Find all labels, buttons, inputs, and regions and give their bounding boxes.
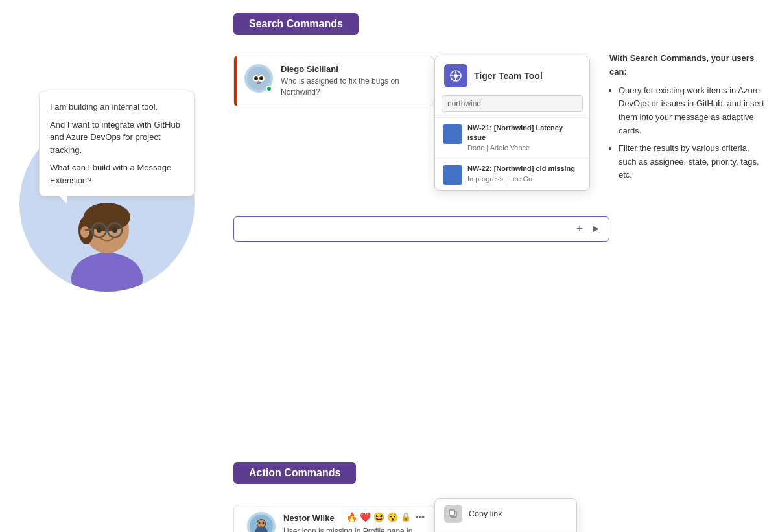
- search-desc-title: With Search Commands, your users can:: [609, 52, 765, 79]
- result-title-1: NW-21: [Northwind] Latency issue: [467, 123, 582, 143]
- search-bullets: Query for existing work items in Azure D…: [609, 84, 765, 183]
- copy-icon: [444, 505, 462, 523]
- svg-point-0: [71, 253, 143, 292]
- online-status-dot: [266, 86, 272, 92]
- svg-point-21: [454, 74, 458, 78]
- result-sub-1: Done | Adele Vance: [467, 143, 582, 153]
- plus-icon[interactable]: +: [576, 222, 584, 236]
- result-text-1: NW-21: [Northwind] Latency issue Done | …: [467, 123, 582, 153]
- send-icon[interactable]: ►: [591, 223, 601, 235]
- action-commands-label: Action Commands: [233, 462, 356, 484]
- svg-point-18: [261, 78, 263, 80]
- message-composer[interactable]: + ►: [233, 216, 609, 242]
- search-bullet-1: Query for existing work items in Azure D…: [619, 84, 765, 138]
- teams-popup-header: Tiger Team Tool: [435, 56, 589, 95]
- action-chat-card: Nestor Wilke 🔥 ❤️ 😆 😯 🔒 ••• User icon is…: [233, 505, 434, 532]
- search-commands-label: Search Commands: [233, 13, 359, 35]
- tiger-team-icon: [444, 64, 467, 87]
- diego-avatar: [244, 64, 273, 93]
- nestor-avatar: [247, 512, 276, 532]
- search-bullet-2: Filter the results by various criteria, …: [619, 142, 765, 182]
- nestor-name: Nestor Wilke: [283, 513, 335, 523]
- bubble-line-2: And I want to integrate with GitHub and …: [50, 119, 183, 157]
- svg-point-10: [97, 227, 102, 233]
- search-description-panel: With Search Commands, your users can: Qu…: [609, 52, 765, 186]
- action-commands-section: Action Commands: [233, 462, 765, 532]
- result-item-1[interactable]: NW-21: [Northwind] Latency issue Done | …: [435, 117, 589, 158]
- svg-point-31: [263, 522, 265, 524]
- result-title-2: NW-22: [Northwind] cid missing: [467, 164, 575, 174]
- reactions-bar: 🔥 ❤️ 😆 😯 🔒 •••: [346, 512, 425, 522]
- nestor-chat-info: Nestor Wilke 🔥 ❤️ 😆 😯 🔒 ••• User icon is…: [283, 512, 425, 532]
- svg-point-5: [80, 226, 89, 238]
- teams-search-popup: Tiger Team Tool northwind NW-21: [Northw…: [434, 56, 590, 191]
- diego-chat-info: Diego Siciliani Who is assigned to fix t…: [281, 64, 423, 98]
- nestor-message: User icon is missing in Profile pane in …: [283, 526, 425, 532]
- diego-message: Who is assigned to fix the bugs on North…: [281, 76, 423, 98]
- context-menu: Copy link Pin: [434, 498, 577, 532]
- search-input-display: northwind: [442, 95, 583, 112]
- search-commands-section: Search Commands: [233, 13, 765, 242]
- copy-link-label: Copy link: [469, 509, 502, 518]
- speech-bubble: I am building an internal tool. And I wa…: [39, 91, 194, 196]
- bubble-line-1: I am building an internal tool.: [50, 100, 183, 113]
- svg-point-11: [112, 227, 117, 233]
- result-sub-2: In progress | Lee Gu: [467, 174, 575, 184]
- main-content: Search Commands: [233, 13, 765, 532]
- reaction-fire: 🔥: [346, 512, 357, 522]
- reaction-wow: 😯: [387, 512, 398, 522]
- svg-point-30: [259, 522, 261, 524]
- diego-name: Diego Siciliani: [281, 64, 423, 74]
- result-icon-1: [443, 124, 462, 144]
- search-chat-card: Diego Siciliani Who is assigned to fix t…: [233, 56, 434, 106]
- menu-item-copy[interactable]: Copy link: [435, 499, 576, 529]
- menu-item-pin[interactable]: Pin: [435, 529, 576, 532]
- svg-point-17: [255, 78, 257, 80]
- composer-icons: + ►: [576, 222, 601, 236]
- avatar-section: I am building an internal tool. And I wa…: [19, 52, 214, 292]
- red-bar: [234, 56, 237, 106]
- bubble-line-3: What can I build with a Message Extensio…: [50, 161, 183, 187]
- result-item-2[interactable]: NW-22: [Northwind] cid missing In progre…: [435, 158, 589, 190]
- svg-rect-33: [449, 510, 454, 515]
- result-icon-2: [443, 165, 462, 185]
- reaction-laugh: 😆: [373, 512, 384, 522]
- tiger-team-app-name: Tiger Team Tool: [474, 71, 543, 81]
- reaction-heart: ❤️: [360, 512, 371, 522]
- result-text-2: NW-22: [Northwind] cid missing In progre…: [467, 164, 575, 184]
- more-reactions-btn[interactable]: •••: [415, 512, 425, 522]
- reaction-lock: 🔒: [401, 512, 411, 522]
